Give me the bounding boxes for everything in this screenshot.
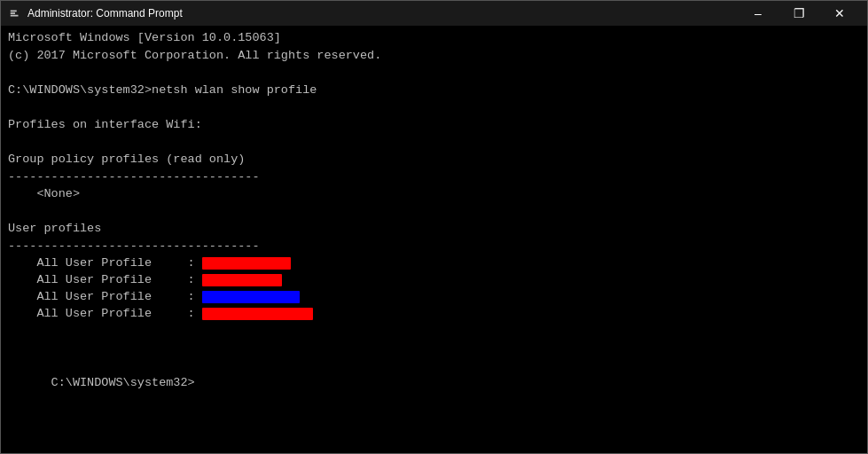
console-line-10: <None> xyxy=(8,185,860,203)
console-line-1: Microsoft Windows [Version 10.0.15063] xyxy=(8,29,860,47)
redacted-bar-4 xyxy=(202,308,313,320)
console-blank-after-profiles xyxy=(8,322,860,340)
profile-row-4: All User Profile : xyxy=(8,305,860,322)
cmd-icon xyxy=(8,6,22,20)
profile-row-1: All User Profile : xyxy=(8,254,860,271)
profile-label-3: All User Profile : xyxy=(8,288,202,306)
console-blank-2 xyxy=(8,340,860,357)
profile-label-4: All User Profile : xyxy=(8,305,202,323)
console-line-11 xyxy=(8,203,860,221)
maximize-button[interactable]: ❐ xyxy=(778,1,819,26)
profile-label-2: All User Profile : xyxy=(8,271,202,289)
console-line-5 xyxy=(8,98,860,116)
title-bar-left: Administrator: Command Prompt xyxy=(8,6,183,20)
console-prompt: C:\WINDOWS\system32> xyxy=(8,356,860,409)
console-line-13: ----------------------------------- xyxy=(8,238,860,255)
console-line-8: Group policy profiles (read only) xyxy=(8,151,860,168)
console-line-7 xyxy=(8,133,860,151)
window-title: Administrator: Command Prompt xyxy=(27,7,183,20)
svg-rect-3 xyxy=(11,15,19,17)
svg-rect-1 xyxy=(11,11,17,12)
window: Administrator: Command Prompt – ❐ ✕ Micr… xyxy=(0,0,868,454)
close-button[interactable]: ✕ xyxy=(819,1,860,26)
console-line-6: Profiles on interface Wifi: xyxy=(8,116,860,134)
minimize-button[interactable]: – xyxy=(738,1,778,26)
console-line-4: C:\WINDOWS\system32>netsh wlan show prof… xyxy=(8,82,860,99)
console-line-2: (c) 2017 Microsoft Corporation. All righ… xyxy=(8,47,860,65)
profile-row-3: All User Profile : xyxy=(8,288,860,305)
svg-rect-2 xyxy=(11,12,15,14)
console-output: Microsoft Windows [Version 10.0.15063] (… xyxy=(1,26,867,453)
title-bar-controls: – ❐ ✕ xyxy=(738,1,860,26)
console-line-9: ----------------------------------- xyxy=(8,168,860,186)
redacted-bar-3 xyxy=(202,291,300,303)
redacted-bar-2 xyxy=(202,274,282,286)
profile-row-2: All User Profile : xyxy=(8,271,860,288)
command-prompt: C:\WINDOWS\system32> xyxy=(51,376,195,389)
redacted-bar-1 xyxy=(202,257,291,270)
title-bar: Administrator: Command Prompt – ❐ ✕ xyxy=(1,1,867,26)
profile-label-1: All User Profile : xyxy=(8,254,202,272)
console-line-3 xyxy=(8,64,860,82)
console-line-12: User profiles xyxy=(8,220,860,238)
